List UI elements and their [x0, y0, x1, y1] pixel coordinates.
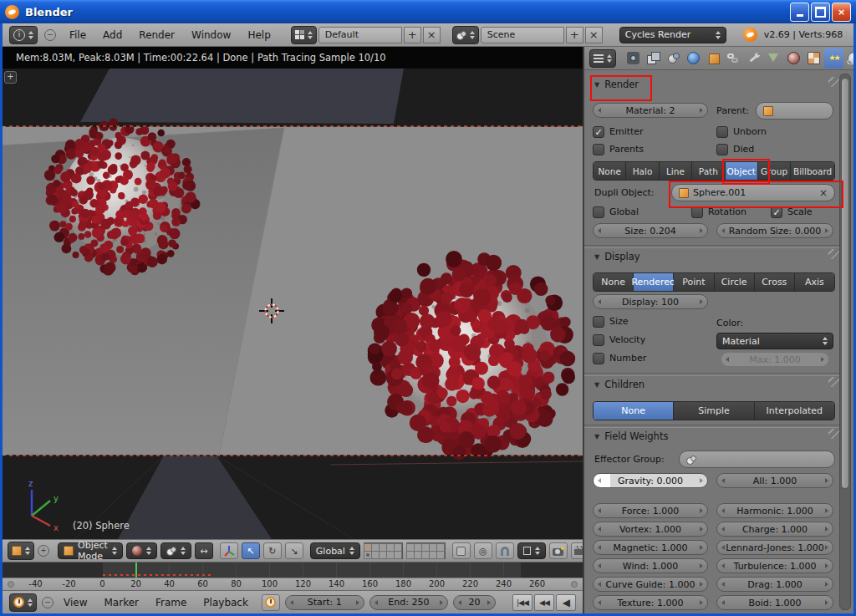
layer-cell[interactable] — [394, 551, 402, 559]
display-button-cross[interactable]: Cross — [755, 273, 795, 291]
field-weight-slider-boid[interactable]: Boid: 1.000 — [716, 595, 833, 610]
menu-add[interactable]: Add — [101, 29, 124, 41]
tab-object[interactable] — [704, 48, 723, 69]
slider-right-arrow-icon[interactable] — [700, 478, 703, 483]
viewport-shading-dropdown[interactable] — [126, 542, 157, 559]
layers-grid-1[interactable] — [364, 542, 403, 559]
render-type-button-path[interactable]: Path — [692, 162, 725, 180]
display-button-circle[interactable]: Circle — [715, 273, 755, 291]
realtime-playback-toggle[interactable] — [262, 594, 280, 611]
slider-left-arrow-icon[interactable] — [721, 508, 725, 513]
mode-dropdown[interactable]: Object Mode — [58, 542, 123, 559]
slider-left-arrow-icon[interactable] — [598, 582, 601, 587]
field-weight-slider-magnetic[interactable]: Magnetic: 1.000 — [593, 540, 708, 555]
delete-scene-button[interactable]: × — [585, 27, 603, 43]
field-weight-slider-vortex[interactable]: Vortex: 1.000 — [593, 522, 708, 537]
render-engine-dropdown[interactable]: Cycles Render — [619, 27, 726, 43]
timeline-canvas[interactable] — [3, 563, 583, 578]
tab-world[interactable] — [684, 48, 703, 69]
scrollbar-end-dot[interactable] — [8, 581, 14, 588]
render-type-button-billboard[interactable]: Billboard — [791, 162, 834, 180]
collapse-menus-toggle[interactable]: − — [44, 29, 56, 41]
slider-right-arrow-icon[interactable] — [825, 563, 828, 568]
manipulator-axes-button[interactable] — [220, 542, 238, 559]
scale-manipulator-button[interactable]: ↘ — [285, 542, 303, 559]
slider-right-arrow-icon[interactable] — [700, 545, 703, 550]
render-type-button-halo[interactable]: Halo — [626, 162, 659, 180]
children-button-interpolated[interactable]: Interpolated — [755, 402, 834, 420]
dupli-object-field[interactable]: Sphere.001 × — [671, 184, 835, 201]
restore-button[interactable] — [811, 3, 830, 22]
display-button-none[interactable]: None — [594, 273, 634, 291]
transform-orientation-dropdown[interactable]: Global — [310, 542, 360, 559]
slider-right-arrow-icon[interactable] — [825, 527, 828, 532]
tab-render[interactable] — [624, 48, 643, 69]
slider-left-arrow-icon[interactable] — [721, 582, 725, 587]
tab-material[interactable] — [784, 48, 803, 69]
checkbox-size[interactable]: Size — [593, 315, 629, 328]
translate-manipulator-button[interactable]: ↖ — [242, 542, 260, 559]
checkbox-box[interactable] — [716, 144, 728, 155]
pivot-point-dropdown[interactable] — [160, 542, 191, 559]
display-button-point[interactable]: Point — [674, 273, 714, 291]
timeline-menu-marker[interactable]: Marker — [102, 597, 140, 608]
menu-window[interactable]: Window — [190, 29, 232, 41]
parent-object-field[interactable] — [756, 102, 833, 120]
display-count-slider[interactable]: Display: 100 — [593, 294, 708, 309]
field-weight-slider-charge[interactable]: Charge: 1.000 — [716, 522, 833, 537]
slider-left-arrow-icon[interactable] — [598, 478, 601, 483]
checkbox-box[interactable] — [593, 144, 604, 155]
layer-cell[interactable] — [436, 551, 445, 559]
checkbox-rotation[interactable]: Rotation — [691, 206, 746, 218]
add-screen-layout-button[interactable]: + — [404, 27, 421, 43]
field-weight-slider-curve-guide[interactable]: Curve Guide: 1.000 — [593, 577, 708, 592]
checkbox-global[interactable]: Global — [593, 206, 639, 218]
slider-left-arrow-icon[interactable] — [721, 545, 725, 550]
checkbox-box[interactable]: ✓ — [771, 206, 782, 218]
delete-screen-layout-button[interactable]: × — [423, 27, 441, 43]
jump-to-start-button[interactable]: |◀◀ — [512, 594, 532, 611]
field-weight-slider-harmonic[interactable]: Harmonic: 1.000 — [716, 503, 833, 518]
slider-right-arrow-icon[interactable] — [825, 582, 828, 587]
previous-keyframe-button[interactable]: ◀◀ — [534, 594, 554, 611]
menu-render[interactable]: Render — [137, 29, 176, 41]
collapse-menus-toggle[interactable]: − — [42, 597, 54, 608]
collapse-menus-toggle[interactable]: + — [38, 545, 49, 557]
slider-right-arrow-icon[interactable] — [700, 563, 703, 568]
field-weight-slider-lennard-jones[interactable]: Lennard-Jones: 1.000 — [716, 540, 833, 555]
frame-start-field[interactable]: Start: 1 — [285, 595, 364, 610]
scrollbar-end-dot[interactable] — [571, 581, 578, 588]
render-type-button-object[interactable]: Object — [726, 162, 758, 180]
children-button-none[interactable]: None — [594, 402, 674, 420]
editor-type-selector-info[interactable]: i — [9, 26, 38, 44]
timeline-menu-view[interactable]: View — [62, 597, 89, 608]
field-weight-slider-texture[interactable]: Texture: 1.000 — [593, 595, 708, 610]
size-slider[interactable]: Size: 0.204 — [593, 223, 708, 238]
slider-left-arrow-icon[interactable] — [721, 478, 725, 483]
tab-object-data[interactable] — [764, 48, 783, 69]
screen-layout-browse-button[interactable] — [291, 26, 317, 44]
display-color-dropdown[interactable]: Material — [716, 333, 833, 349]
slider-right-arrow-icon[interactable] — [700, 508, 703, 513]
opengl-render-still-button[interactable] — [549, 542, 568, 559]
timeline-menu-frame[interactable]: Frame — [154, 597, 188, 608]
region-expand-icon[interactable]: + — [4, 71, 17, 84]
slider-left-arrow-icon[interactable] — [598, 545, 601, 550]
slider-right-arrow-icon[interactable] — [825, 545, 828, 550]
slider-left-arrow-icon[interactable] — [598, 600, 601, 605]
checkbox-box[interactable] — [593, 353, 604, 364]
slider-left-arrow-icon[interactable] — [721, 563, 725, 568]
menu-file[interactable]: File — [68, 29, 88, 41]
checkbox-velocity[interactable]: Velocity — [593, 333, 645, 346]
checkbox-unborn[interactable]: Unborn — [716, 125, 767, 138]
editor-type-selector-timeline[interactable] — [9, 593, 37, 612]
minimize-button[interactable] — [790, 3, 809, 22]
children-button-simple[interactable]: Simple — [674, 402, 754, 420]
checkbox-box[interactable] — [716, 126, 728, 138]
render-type-button-group[interactable]: Group — [758, 162, 791, 180]
render-type-button-line[interactable]: Line — [660, 162, 692, 180]
menu-help[interactable]: Help — [246, 29, 272, 41]
checkbox-box[interactable] — [593, 334, 604, 346]
material-slot-slider[interactable]: Material: 2 — [593, 103, 708, 118]
checkbox-box[interactable] — [691, 206, 703, 218]
